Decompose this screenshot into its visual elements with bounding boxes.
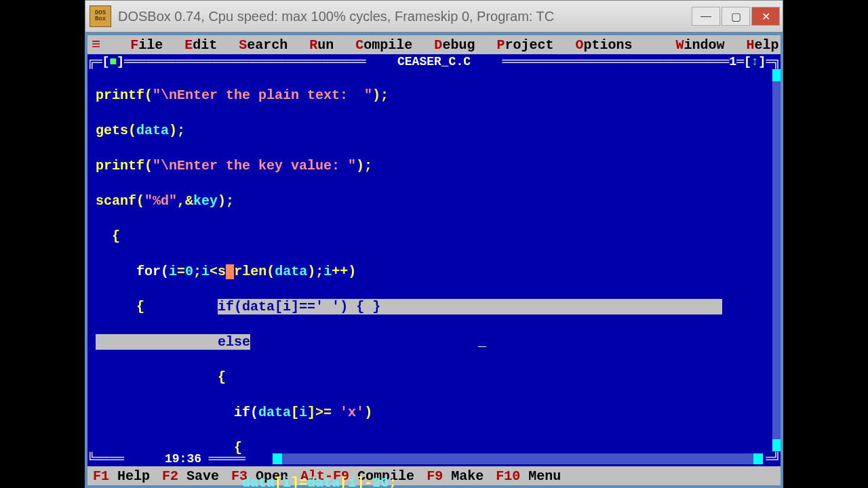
scroll-left-icon[interactable]: [273, 453, 282, 464]
horizontal-scrollbar[interactable]: [273, 453, 764, 464]
filename-label: CEASER_C.C: [390, 55, 478, 68]
vertical-scrollbar[interactable]: [772, 69, 781, 451]
menu-help[interactable]: Help: [746, 37, 778, 53]
dosbox-icon: DOS Box: [90, 5, 111, 27]
selected-text: if(data[i]==' ') { }: [218, 299, 722, 314]
menu-bar: ≡ File Edit Search Run Compile Debug Pro…: [87, 35, 781, 54]
system-menu-icon[interactable]: ≡: [92, 37, 100, 54]
menu-run[interactable]: Run: [309, 37, 334, 53]
scroll-right-icon[interactable]: [753, 453, 763, 464]
close-button[interactable]: ✕: [751, 7, 780, 26]
window-number: 1: [729, 55, 736, 68]
minimize-button[interactable]: —: [692, 7, 720, 26]
menu-compile[interactable]: Compile: [355, 37, 412, 53]
menu-project[interactable]: Project: [496, 37, 553, 53]
window-title: DOSBox 0.74, Cpu speed: max 100% cycles,…: [118, 9, 692, 24]
editor-window: ╔═[■]═════════════════════════════════ C…: [87, 54, 781, 466]
cursor-position: 19:36: [165, 452, 201, 466]
menu-debug[interactable]: Debug: [434, 37, 475, 53]
code-editor[interactable]: printf("\nEnter the plain text: "); gets…: [96, 69, 772, 451]
tc-ide: ≡ File Edit Search Run Compile Debug Pro…: [85, 33, 783, 488]
menu-edit[interactable]: Edit: [184, 37, 217, 53]
maximize-button[interactable]: ▢: [722, 7, 750, 26]
scroll-up-icon[interactable]: [772, 69, 781, 81]
text-cursor: [226, 264, 234, 279]
selected-text: else: [96, 334, 250, 350]
menu-window[interactable]: Window: [675, 37, 724, 53]
dosbox-window: DOS Box DOSBox 0.74, Cpu speed: max 100%…: [85, 0, 783, 488]
scroll-down-icon[interactable]: [772, 439, 781, 451]
window-frame-bottom: ╚════ 19:36 ═════ ═╝: [87, 451, 781, 466]
window-frame-top: ╔═[■]═════════════════════════════════ C…: [87, 54, 781, 69]
menu-options[interactable]: Options: [575, 37, 632, 53]
titlebar: DOS Box DOSBox 0.74, Cpu speed: max 100%…: [85, 0, 783, 33]
menu-search[interactable]: Search: [239, 37, 288, 53]
menu-file[interactable]: File: [130, 37, 163, 53]
